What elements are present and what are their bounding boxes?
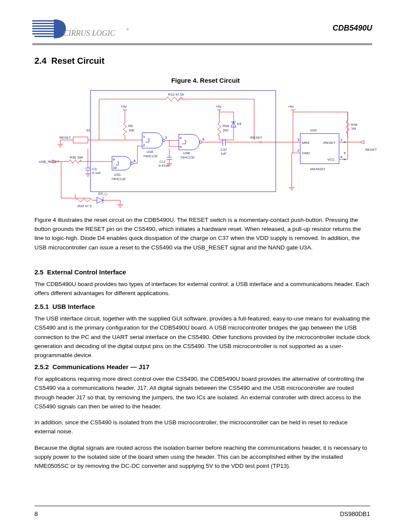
svg-text:RESET: RESET — [59, 136, 71, 140]
svg-text:/RESET: /RESET — [250, 136, 262, 140]
svg-text:R9: R9 — [128, 124, 133, 128]
svg-text:R36: R36 — [351, 123, 358, 127]
section-heading: 2.4 Reset Circuit — [34, 56, 104, 66]
svg-text:9: 9 — [113, 158, 115, 162]
brand-logo: CIRRUS LOGIC ® — [32, 19, 131, 41]
svg-text:+5V: +5V — [215, 105, 222, 109]
svg-text:RESET: RESET — [365, 148, 377, 152]
svg-text:MAX6327: MAX6327 — [310, 167, 326, 171]
svg-text:U20: U20 — [310, 128, 317, 132]
svg-rect-15 — [73, 137, 88, 143]
svg-text:/RESET: /RESET — [323, 141, 336, 145]
section-number: 2.4 — [34, 56, 47, 65]
svg-text:74HC132: 74HC132 — [111, 177, 126, 181]
svg-text:S1: S1 — [86, 128, 90, 132]
footer-doc-rev: DS980DB1 — [340, 510, 370, 517]
svg-text:4: 4 — [180, 136, 182, 140]
brand-text: CIRRUS LOGIC — [63, 29, 115, 37]
svg-text:+5V: +5V — [121, 105, 127, 109]
svg-text:U3A: U3A — [146, 150, 153, 154]
svg-text:R30 10K: R30 10K — [70, 156, 84, 159]
section-2-5: 2.5 External Control Interface The CDB54… — [34, 267, 370, 305]
svg-text:C11: C11 — [159, 160, 166, 164]
svg-text:®: ® — [126, 28, 129, 31]
doc-id: CDB5490U — [333, 24, 372, 33]
svg-text:+5V: +5V — [288, 105, 294, 109]
svg-text:2: 2 — [297, 149, 299, 152]
svg-text:R10 47.5K: R10 47.5K — [168, 93, 184, 96]
svg-text:R28: R28 — [223, 124, 229, 128]
svg-text:3: 3 — [297, 138, 299, 142]
svg-text:MR#: MR# — [302, 141, 309, 145]
svg-text:5: 5 — [180, 145, 182, 149]
header-rule — [32, 43, 372, 45]
section-2-4-paragraph: Figure 4 illustrates the reset circuit o… — [34, 215, 370, 259]
svg-text:10K: 10K — [128, 128, 135, 132]
svg-text:1M: 1M — [351, 127, 356, 131]
svg-text:8: 8 — [134, 159, 136, 163]
svg-text:U3C: U3C — [114, 173, 121, 177]
svg-text:2: 2 — [143, 143, 145, 147]
svg-text:74HC132: 74HC132 — [143, 154, 158, 158]
svg-text:10: 10 — [113, 166, 117, 170]
svg-text:1: 1 — [143, 135, 145, 139]
section-2-5-2: 2.5.2 Communications Header — J17 For ap… — [34, 362, 370, 477]
svg-text:R29 47.5: R29 47.5 — [78, 204, 92, 208]
svg-text:C3: C3 — [92, 167, 97, 171]
svg-text:74HC132: 74HC132 — [180, 156, 195, 159]
svg-text:0.47uF: 0.47uF — [159, 164, 169, 168]
svg-text:1uF: 1uF — [221, 152, 227, 156]
svg-text:0.1uF: 0.1uF — [92, 171, 101, 175]
svg-text:U3B: U3B — [183, 151, 190, 155]
svg-rect-6 — [34, 36, 56, 37]
svg-text:VCC: VCC — [327, 158, 335, 162]
svg-text:D4: D4 — [237, 122, 242, 126]
svg-point-32 — [199, 141, 202, 143]
section-2-5-1: 2.5.1 USB Interface The USB interface ci… — [34, 302, 370, 367]
reset-circuit-schematic: .w{stroke:#d22;stroke-width:1;fill:none}… — [34, 86, 379, 215]
figure-caption: Figure 4. Reset Circuit — [0, 77, 411, 84]
svg-text:392: 392 — [223, 128, 229, 132]
footer-rule — [34, 506, 370, 506]
svg-text:6: 6 — [202, 137, 205, 141]
svg-text:4: 4 — [340, 155, 342, 159]
svg-text:GND: GND — [302, 151, 310, 155]
page-number: 8 — [34, 510, 38, 517]
svg-text:3: 3 — [165, 136, 167, 140]
svg-point-46 — [260, 141, 262, 143]
svg-text:1: 1 — [340, 138, 342, 142]
svg-text:D3: D3 — [98, 192, 103, 196]
section-title: Reset Circuit — [51, 56, 104, 65]
svg-text:C37: C37 — [221, 148, 227, 152]
